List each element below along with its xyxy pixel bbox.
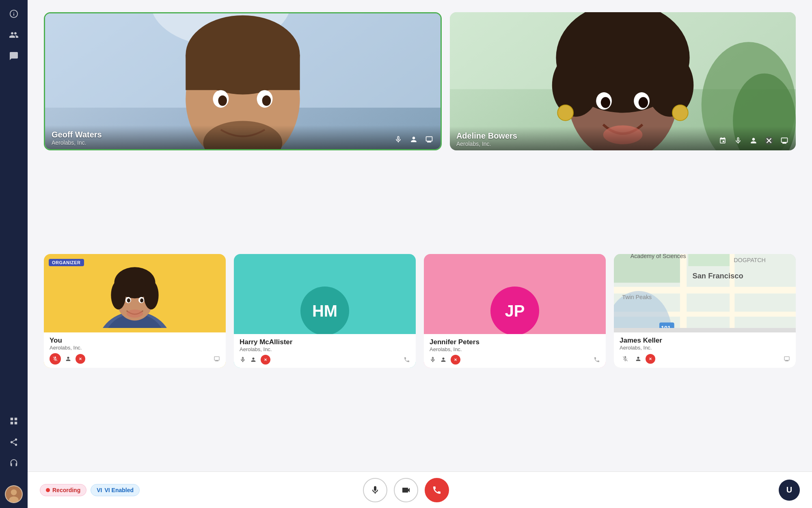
james-close-icon[interactable] xyxy=(646,354,655,364)
svg-rect-62 xyxy=(730,254,734,328)
svg-text:Academy of Sciences: Academy of Sciences xyxy=(631,254,686,259)
harry-company: Aerolabs, Inc. xyxy=(240,346,410,352)
people-icon[interactable] xyxy=(5,26,23,44)
sidebar xyxy=(0,0,28,508)
tile-harry: HM Harry McAllister Aerolabs, Inc. xyxy=(234,254,416,368)
adeline-person-icon[interactable] xyxy=(748,135,759,146)
geoff-name: Geoff Waters xyxy=(52,130,434,139)
bottom-row: ORGANIZER xyxy=(44,254,796,463)
geoff-overlay: Geoff Waters Aerolabs, Inc. xyxy=(45,125,441,149)
info-icon[interactable] xyxy=(5,5,23,23)
svg-point-36 xyxy=(557,105,573,121)
geoff-company: Aerolabs, Inc. xyxy=(52,139,434,146)
sidebar-user-avatar[interactable] xyxy=(5,485,23,503)
geoff-person-icon[interactable] xyxy=(408,134,419,145)
svg-rect-17 xyxy=(186,55,300,90)
svg-text:DOGPATCH: DOGPATCH xyxy=(734,257,766,263)
video-grid: Geoff Waters Aerolabs, Inc. xyxy=(28,0,812,471)
svg-rect-6 xyxy=(15,422,17,424)
svg-point-40 xyxy=(601,97,610,108)
svg-text:101: 101 xyxy=(661,325,671,328)
svg-rect-5 xyxy=(11,422,13,424)
svg-text:Twin Peaks: Twin Peaks xyxy=(622,294,652,300)
svg-point-8 xyxy=(11,489,17,495)
headset-icon[interactable] xyxy=(5,454,23,472)
vi-badge[interactable]: VI VI Enabled xyxy=(91,484,140,496)
mic-button[interactable] xyxy=(363,478,387,502)
jennifer-company: Aerolabs, Inc. xyxy=(430,346,600,352)
video-tile-geoff: Geoff Waters Aerolabs, Inc. xyxy=(44,12,442,150)
svg-point-35 xyxy=(646,54,693,117)
svg-point-37 xyxy=(672,105,688,121)
vi-label: VI Enabled xyxy=(104,487,134,493)
you-mic-muted-icon[interactable] xyxy=(50,353,61,365)
jennifer-footer: Jennifer Peters Aerolabs, Inc. xyxy=(424,334,606,368)
you-close-icon[interactable] xyxy=(76,354,85,364)
harry-mic-icon[interactable] xyxy=(240,356,246,363)
grid-icon[interactable] xyxy=(5,412,23,430)
svg-point-49 xyxy=(111,281,125,310)
adeline-controls xyxy=(717,135,790,146)
svg-point-20 xyxy=(218,96,227,106)
end-call-button[interactable] xyxy=(425,478,449,502)
jennifer-person-icon[interactable] xyxy=(440,356,447,363)
share-icon[interactable] xyxy=(5,433,23,451)
vi-prefix: VI xyxy=(97,487,102,493)
video-tile-adeline: Adeline Bowers Aerolabs, Inc. xyxy=(450,12,796,150)
adeline-close-icon[interactable] xyxy=(763,135,775,146)
recording-label: Recording xyxy=(52,487,80,493)
james-person-icon[interactable] xyxy=(635,356,641,362)
svg-point-53 xyxy=(127,298,130,302)
harry-person-icon[interactable] xyxy=(250,356,257,363)
jennifer-name: Jennifer Peters xyxy=(430,338,600,346)
harry-phone-icon[interactable] xyxy=(404,356,410,363)
geoff-controls xyxy=(393,134,435,145)
jennifer-mic-icon[interactable] xyxy=(430,356,436,363)
organizer-badge: ORGANIZER xyxy=(49,259,84,266)
bottom-left-badges: Recording VI VI Enabled xyxy=(40,484,140,496)
geoff-monitor-icon[interactable] xyxy=(423,134,435,145)
svg-point-54 xyxy=(140,298,143,302)
svg-rect-3 xyxy=(11,418,13,420)
bottom-bar: Recording VI VI Enabled xyxy=(28,471,812,508)
jennifer-phone-icon[interactable] xyxy=(594,356,600,363)
svg-point-41 xyxy=(639,97,648,108)
svg-rect-61 xyxy=(680,254,687,328)
tile-you: ORGANIZER xyxy=(44,254,226,368)
harry-initials: HM xyxy=(300,287,349,335)
jennifer-controls xyxy=(430,355,600,365)
camera-button[interactable] xyxy=(394,478,418,502)
james-controls xyxy=(620,353,790,365)
james-mic-muted-icon[interactable] xyxy=(620,353,631,365)
jennifer-initials: JP xyxy=(490,287,539,335)
adeline-pin-icon[interactable] xyxy=(717,135,728,146)
harry-controls xyxy=(240,355,410,365)
tile-james: San Francisco Twin Peaks DOGPATCH Academ… xyxy=(614,254,796,368)
recording-badge[interactable]: Recording xyxy=(40,484,86,496)
user-initials: U xyxy=(786,485,792,495)
you-controls xyxy=(50,353,220,365)
you-name: You xyxy=(50,336,220,345)
harry-close-icon[interactable] xyxy=(261,355,270,365)
geoff-mic-icon[interactable] xyxy=(393,134,404,145)
jennifer-close-icon[interactable] xyxy=(451,355,460,365)
you-monitor-icon[interactable] xyxy=(214,356,220,362)
you-footer: You Aerolabs, Inc. xyxy=(44,332,226,368)
adeline-mic-icon[interactable] xyxy=(732,135,744,146)
bottom-right-user: U xyxy=(779,480,800,501)
bottom-center-controls xyxy=(363,478,449,502)
james-monitor-icon[interactable] xyxy=(784,356,790,362)
svg-point-55 xyxy=(127,310,143,318)
you-person-icon[interactable] xyxy=(65,356,71,362)
harry-footer: Harry McAllister Aerolabs, Inc. xyxy=(234,334,416,368)
svg-text:San Francisco: San Francisco xyxy=(692,271,743,280)
svg-rect-4 xyxy=(15,418,17,420)
recording-dot xyxy=(46,488,50,492)
user-avatar-button[interactable]: U xyxy=(779,480,800,501)
svg-point-21 xyxy=(262,96,271,106)
james-footer: James Keller Aerolabs, Inc. xyxy=(614,332,796,368)
chat-icon[interactable] xyxy=(5,47,23,65)
svg-point-2 xyxy=(13,12,14,13)
svg-rect-58 xyxy=(688,254,730,266)
adeline-monitor-icon[interactable] xyxy=(779,135,790,146)
